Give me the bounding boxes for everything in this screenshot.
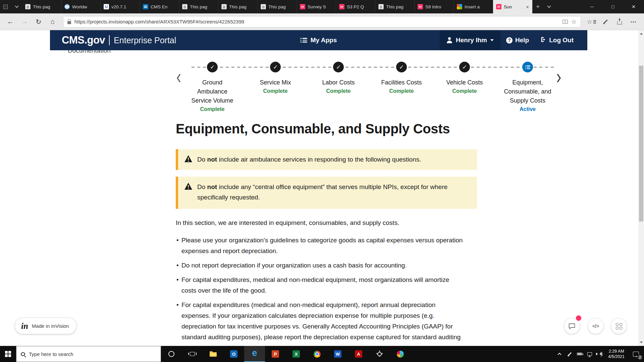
- acrobat-button[interactable]: A: [348, 346, 369, 362]
- help-button[interactable]: ? Help: [500, 30, 535, 50]
- stepper-step[interactable]: ✓ Facilities Costs Complete: [370, 62, 433, 112]
- my-apps-button[interactable]: My Apps: [301, 37, 337, 44]
- browser-tab[interactable]: Sun ×: [493, 0, 532, 13]
- stepper-steps: ✓ Ground Ambulance Service Volume Comple…: [181, 62, 559, 112]
- share-icon[interactable]: [612, 15, 627, 29]
- screens-grid-button[interactable]: [611, 318, 627, 334]
- browser-tab[interactable]: This pag ×: [258, 0, 297, 13]
- window-minimize-button[interactable]: ─: [582, 0, 602, 13]
- powerpoint-button[interactable]: P: [265, 346, 286, 362]
- tray-show-hidden-icons[interactable]: [554, 346, 565, 362]
- brand-suffix-text: Enterprise Portal: [114, 36, 176, 45]
- browser-tab[interactable]: Survey S ×: [297, 0, 336, 13]
- tab-list-menu-icon[interactable]: [543, 0, 554, 13]
- action-center-button[interactable]: 2: [628, 346, 644, 362]
- edge-button[interactable]: e: [244, 346, 265, 362]
- scroll-up-icon[interactable]: [638, 30, 644, 36]
- more-options-icon[interactable]: •••: [627, 15, 641, 29]
- comment-tool-button[interactable]: [564, 318, 580, 334]
- browser-tab[interactable]: Worldw ×: [61, 0, 101, 13]
- excel-button[interactable]: X: [286, 346, 307, 362]
- clock-time: 2:29 AM: [608, 349, 625, 354]
- taskbar-search[interactable]: [16, 346, 161, 362]
- tab-favicon: [496, 4, 501, 9]
- warning-text-post: include any “central office equipment” t…: [197, 183, 447, 201]
- browser-tab[interactable]: CMS En ×: [140, 0, 179, 13]
- step-state-icon: ✓: [396, 62, 407, 72]
- home-button[interactable]: ⌂: [46, 15, 60, 29]
- taskbar-clock[interactable]: 2:29 AM 4/5/2021: [605, 349, 628, 359]
- browser-viewport: Documentation CMS.gov Enterprise Portal …: [0, 30, 644, 346]
- inspect-code-button[interactable]: </>: [588, 318, 603, 334]
- step-label: Service Mix: [250, 78, 301, 87]
- browser-tab[interactable]: S3 P2 Q ×: [336, 0, 375, 13]
- cortana-button[interactable]: [161, 346, 182, 362]
- search-input[interactable]: [29, 351, 156, 357]
- page-scrollbar[interactable]: [638, 30, 644, 346]
- stepper-step[interactable]: ✓ Ground Ambulance Service Volume Comple…: [181, 62, 244, 112]
- edge-icon: e: [252, 349, 257, 358]
- window-close-button[interactable]: ×: [623, 0, 644, 13]
- new-tab-button[interactable]: +: [532, 0, 543, 13]
- logout-button[interactable]: Log Out: [535, 30, 579, 50]
- cms-logo[interactable]: CMS.gov Enterprise Portal: [62, 34, 176, 46]
- settings-button[interactable]: [369, 346, 390, 362]
- tab-title: This pag: [190, 4, 215, 9]
- forward-button[interactable]: →: [17, 15, 32, 29]
- tab-preview-icon[interactable]: [11, 0, 22, 13]
- task-view-button[interactable]: [182, 346, 203, 362]
- network-button[interactable]: [585, 346, 595, 362]
- stepper-step[interactable]: ✓ Vehicle Costs Complete: [433, 62, 496, 112]
- stepper-step[interactable]: ✓ Labor Costs Complete: [307, 62, 370, 112]
- start-button[interactable]: [0, 346, 16, 362]
- stepper-next-icon[interactable]: [556, 73, 561, 83]
- stepper-step[interactable]: ✓ Service Mix Complete: [244, 62, 307, 112]
- caret-down-icon: [490, 39, 494, 43]
- scrollbar-thumb[interactable]: [639, 66, 643, 222]
- reading-view-icon[interactable]: [562, 20, 568, 24]
- chrome-button[interactable]: [307, 346, 327, 362]
- favorite-star-icon[interactable]: ☆: [571, 19, 577, 25]
- check-icon: ✓: [210, 64, 215, 70]
- tab-favicon: [378, 4, 384, 9]
- task-view-icon: [190, 352, 195, 356]
- window-maximize-button[interactable]: □: [602, 0, 623, 13]
- warning-icon: [184, 183, 192, 190]
- url-text[interactable]: https://projects.invisionapp.com/share/A…: [74, 19, 559, 24]
- triangle-up-icon: [640, 32, 643, 35]
- browser-tab[interactable]: This pag ×: [179, 0, 218, 13]
- file-explorer-button[interactable]: [203, 346, 223, 362]
- outlook-icon: O: [230, 350, 237, 358]
- list-item: For capital expenditures, medical and no…: [176, 275, 464, 296]
- tab-favicon: [104, 4, 109, 9]
- outlook-button[interactable]: O: [223, 346, 244, 362]
- refresh-button[interactable]: ↻: [32, 15, 46, 29]
- favorites-hub-icon[interactable]: ☆: [584, 15, 598, 29]
- step-state-icon: ✓: [270, 62, 281, 72]
- powerpoint-icon: P: [272, 350, 279, 358]
- browser-tab[interactable]: v20.7.1 ×: [101, 0, 140, 13]
- browser-tab[interactable]: This pag ×: [375, 0, 415, 13]
- word-button[interactable]: W: [327, 346, 348, 362]
- set-tabs-aside-icon[interactable]: [0, 0, 11, 13]
- tab-close-icon[interactable]: ×: [526, 4, 529, 9]
- user-menu-button[interactable]: Henry Ihm: [440, 30, 500, 50]
- battery-button[interactable]: [575, 346, 585, 362]
- web-note-pen-icon[interactable]: [598, 15, 612, 29]
- browser-tab[interactable]: S9 Intro ×: [415, 0, 454, 13]
- back-button[interactable]: ←: [3, 15, 17, 29]
- browser-tab-bar: This pag × Worldw × v20.7.1 × CMS En × T…: [0, 0, 644, 13]
- slack-button[interactable]: [390, 346, 411, 362]
- stepper-step[interactable]: ✓ Equipment, Consumable, and Supply Cost…: [496, 62, 559, 112]
- scroll-down-icon[interactable]: [638, 340, 644, 346]
- step-label: Facilities Costs: [376, 78, 427, 87]
- browser-tab[interactable]: This pag ×: [22, 0, 61, 13]
- address-bar[interactable]: https://projects.invisionapp.com/share/A…: [63, 16, 581, 27]
- browser-tab[interactable]: This pag ×: [218, 0, 258, 13]
- brand-divider: [109, 35, 110, 45]
- volume-button[interactable]: [595, 346, 605, 362]
- windows-ink-button[interactable]: [565, 346, 575, 362]
- invision-badge[interactable]: in Made in InVision: [15, 318, 76, 334]
- tab-strip: This pag × Worldw × v20.7.1 × CMS En × T…: [22, 0, 532, 13]
- browser-tab[interactable]: Insert a ×: [454, 0, 493, 13]
